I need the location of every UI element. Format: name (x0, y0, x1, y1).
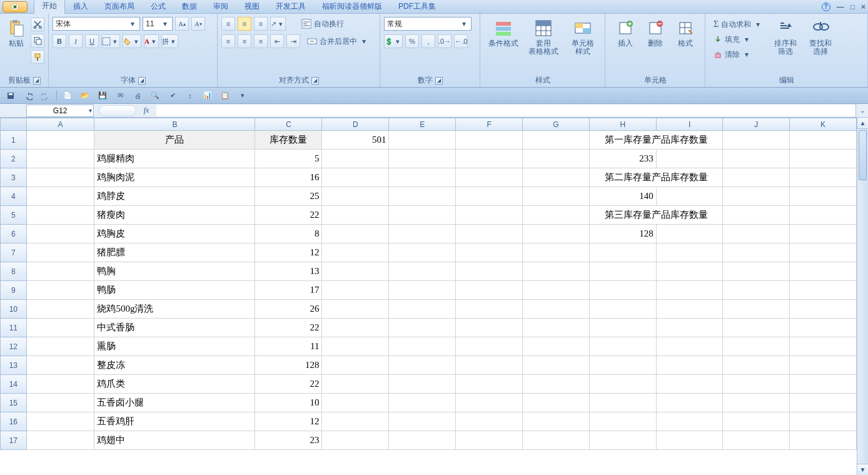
cell-G8[interactable] (522, 262, 589, 281)
accounting-format-button[interactable]: 💲▾ (384, 34, 403, 48)
cell-J11[interactable] (723, 319, 790, 337)
cell-H11[interactable] (589, 319, 656, 337)
row-header-6[interactable]: 6 (1, 225, 27, 243)
sort-filter-button[interactable]: 排序和 筛选 (769, 16, 802, 58)
cell-C10[interactable]: 26 (255, 300, 322, 319)
cell-A4[interactable] (26, 187, 94, 206)
cell-H17[interactable] (589, 431, 656, 450)
tab-6[interactable]: 视图 (236, 0, 268, 14)
cell-B9[interactable]: 鸭肠 (94, 281, 255, 300)
cell-J6[interactable] (723, 225, 790, 243)
cell-K4[interactable] (790, 187, 857, 206)
cell-J2[interactable] (723, 150, 790, 168)
cell-C1[interactable]: 库存数量 (255, 131, 322, 150)
cell-A16[interactable] (26, 412, 94, 431)
tab-8[interactable]: 福昕阅读器领鲜版 (314, 0, 390, 14)
cell-H1[interactable]: 第一库存量产品库存数量 (589, 131, 723, 150)
row-header-9[interactable]: 9 (1, 281, 27, 300)
cell-E6[interactable] (389, 225, 456, 243)
cell-A6[interactable] (26, 225, 94, 243)
align-left-button[interactable]: ≡ (221, 34, 235, 48)
phonetic-button[interactable]: 拼▾ (161, 34, 178, 48)
cell-E2[interactable] (389, 150, 456, 168)
qat-spell-button[interactable]: ✔ (166, 89, 179, 102)
cell-G2[interactable] (522, 150, 589, 168)
name-box[interactable]: G12 ▾ (26, 105, 94, 117)
cell-C14[interactable]: 22 (255, 375, 322, 394)
cell-C15[interactable]: 10 (255, 394, 322, 412)
cell-A7[interactable] (26, 243, 94, 262)
cell-H15[interactable] (589, 394, 656, 412)
cell-C7[interactable]: 12 (255, 243, 322, 262)
cell-I14[interactable] (656, 375, 723, 394)
cell-D6[interactable] (322, 225, 389, 243)
cell-B6[interactable]: 鸡胸皮 (94, 225, 255, 243)
cell-G13[interactable] (522, 356, 589, 375)
increase-decimal-button[interactable]: .0→ (438, 34, 452, 48)
cell-C2[interactable]: 5 (255, 150, 322, 168)
cell-H3[interactable]: 第二库存量产品库存数量 (589, 168, 723, 187)
qat-redo-button[interactable] (39, 89, 53, 102)
cell-K5[interactable] (790, 206, 857, 225)
cell-G12[interactable] (522, 337, 589, 356)
cell-D4[interactable] (322, 187, 389, 206)
qat-preview-button[interactable]: 🔍 (148, 89, 162, 102)
scroll-down-button[interactable]: ▼ (857, 464, 868, 475)
cell-D13[interactable] (322, 356, 389, 375)
cell-G7[interactable] (522, 243, 589, 262)
cell-H14[interactable] (589, 375, 656, 394)
cell-A9[interactable] (26, 281, 94, 300)
qat-more-button[interactable]: ▾ (236, 89, 250, 102)
row-header-4[interactable]: 4 (1, 187, 27, 206)
qat-save-button[interactable] (4, 89, 18, 102)
cell-G16[interactable] (522, 412, 589, 431)
cell-G9[interactable] (522, 281, 589, 300)
row-header-1[interactable]: 1 (1, 131, 27, 150)
cell-A5[interactable] (26, 206, 94, 225)
cell-I12[interactable] (656, 337, 723, 356)
cell-A14[interactable] (26, 375, 94, 394)
cell-F4[interactable] (456, 187, 523, 206)
cell-I16[interactable] (656, 412, 723, 431)
scroll-thumb[interactable] (859, 130, 867, 180)
italic-button[interactable]: I (69, 34, 83, 48)
cell-B2[interactable]: 鸡腿精肉 (94, 150, 255, 168)
clipboard-launcher[interactable]: ◢ (33, 77, 41, 84)
cell-G14[interactable] (522, 375, 589, 394)
cell-A11[interactable] (26, 319, 94, 337)
align-middle-button[interactable]: ≡ (238, 17, 251, 31)
column-header-J[interactable]: J (723, 118, 790, 131)
cell-H5[interactable]: 第三库存量产品库存数量 (589, 206, 723, 225)
tab-3[interactable]: 公式 (143, 0, 174, 14)
cell-F9[interactable] (456, 281, 523, 300)
cell-K6[interactable] (790, 225, 857, 243)
align-center-button[interactable]: ≡ (238, 34, 251, 48)
cell-I8[interactable] (656, 262, 723, 281)
cell-G5[interactable] (522, 206, 589, 225)
format-painter-button[interactable] (31, 50, 44, 64)
cell-E7[interactable] (389, 243, 456, 262)
format-cells-button[interactable]: 格式 (672, 16, 699, 49)
cell-F1[interactable] (456, 131, 523, 150)
align-top-button[interactable]: ≡ (221, 17, 235, 31)
cell-H8[interactable] (589, 262, 656, 281)
cell-E4[interactable] (389, 187, 456, 206)
cell-D3[interactable] (322, 168, 389, 187)
tab-1[interactable]: 插入 (65, 0, 96, 14)
cell-J15[interactable] (723, 394, 790, 412)
cell-E10[interactable] (389, 300, 456, 319)
tab-2[interactable]: 页面布局 (96, 0, 143, 14)
orientation-button[interactable]: ↗▾ (270, 17, 286, 31)
cell-F16[interactable] (456, 412, 523, 431)
cell-H13[interactable] (589, 356, 656, 375)
cell-K8[interactable] (790, 262, 857, 281)
borders-button[interactable]: ▾ (101, 34, 120, 48)
cell-G17[interactable] (522, 431, 589, 450)
cell-E14[interactable] (389, 375, 456, 394)
scroll-up-button[interactable]: ▲ (857, 118, 868, 129)
row-header-16[interactable]: 16 (1, 412, 27, 431)
cell-D17[interactable] (322, 431, 389, 450)
cell-I2[interactable] (656, 150, 723, 168)
number-launcher[interactable]: ◢ (435, 77, 443, 84)
cell-A3[interactable] (26, 168, 94, 187)
